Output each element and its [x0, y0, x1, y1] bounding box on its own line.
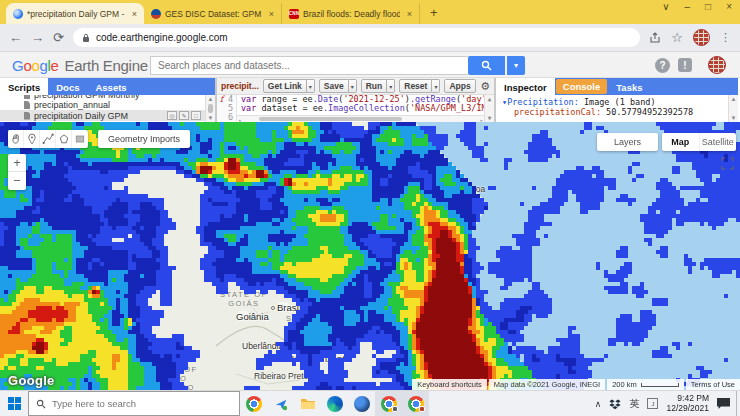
- edge-taskbar-icon[interactable]: [321, 391, 348, 416]
- zoom-out-button[interactable]: −: [8, 172, 26, 190]
- save-button[interactable]: Save: [319, 79, 349, 93]
- geometry-toolbar: [8, 130, 88, 148]
- chrome-taskbar-icon[interactable]: [375, 391, 402, 416]
- url-bar[interactable]: code.earthengine.google.com: [73, 28, 640, 47]
- save-dropdown-icon[interactable]: ▾: [349, 79, 357, 93]
- tab-inspector[interactable]: Inspector: [496, 78, 555, 95]
- scripts-scrollbar[interactable]: ▲▼: [205, 95, 215, 122]
- browser-tab[interactable]: GES DISC Dataset: GPM IMERG F×: [144, 3, 282, 24]
- script-list-item[interactable]: precipation_annual: [0, 100, 215, 110]
- bookmark-star-icon[interactable]: ☆: [671, 30, 683, 45]
- maximize-icon[interactable]: □: [705, 1, 711, 12]
- duplicate-icon[interactable]: ◎: [167, 111, 177, 120]
- map-attribution: Keyboard shortcuts Map data ©2021 Google…: [410, 379, 740, 390]
- editor-settings-gear-icon[interactable]: ⚙: [480, 81, 490, 92]
- taskbar-search-box[interactable]: [28, 391, 240, 416]
- geometry-imports-button[interactable]: Geometry Imports: [98, 130, 190, 148]
- search-options-dropdown[interactable]: ▾: [507, 56, 525, 75]
- lock-icon: [82, 33, 90, 43]
- terms-of-use-link[interactable]: Terms of Use: [686, 379, 740, 390]
- account-avatar[interactable]: [708, 56, 726, 74]
- browser-profile-avatar[interactable]: [693, 29, 710, 46]
- start-button[interactable]: [0, 391, 28, 416]
- point-marker-icon[interactable]: [24, 130, 40, 148]
- share-icon[interactable]: [649, 32, 661, 44]
- search-input[interactable]: [150, 56, 468, 75]
- run-button[interactable]: Run: [361, 79, 388, 93]
- tab-docs[interactable]: Docs: [48, 78, 87, 95]
- globe-taskbar-icon[interactable]: [348, 391, 375, 416]
- tab-console[interactable]: Console: [556, 79, 607, 94]
- code-area[interactable]: 4fvar range = ee.Date('2021-12-25').getR…: [217, 95, 494, 122]
- feedback-icon[interactable]: !: [678, 58, 692, 72]
- new-tab-button[interactable]: +: [430, 5, 438, 20]
- scripts-panel: ScriptsDocsAssets precipitation GPM Mont…: [0, 78, 217, 122]
- explorer-taskbar-icon[interactable]: [294, 391, 321, 416]
- reset-dropdown-icon[interactable]: ▾: [432, 79, 440, 93]
- earth-engine-logo: GoogleEarth Engine: [12, 57, 148, 74]
- tab-search-chevron-icon[interactable]: ∨: [662, 1, 669, 12]
- delete-icon[interactable]: □: [191, 111, 201, 120]
- script-name: precipitation Daily GPM: [34, 111, 128, 121]
- browser-tab[interactable]: *precipitation Daily GPM - Earth×: [6, 3, 144, 24]
- rectangle-tool-icon[interactable]: [72, 130, 88, 148]
- help-icon[interactable]: ?: [655, 58, 670, 73]
- get-link-button[interactable]: Get Link: [263, 79, 307, 93]
- map-canvas-area[interactable]: FortalezaJoão PessoaALAGOASSTATE OFGOIÁS…: [0, 122, 740, 390]
- line-tool-icon[interactable]: [40, 130, 56, 148]
- inspector-key: precipitationCal:: [514, 107, 601, 117]
- tab-tasks[interactable]: Tasks: [608, 78, 650, 95]
- show-desktop-button[interactable]: [736, 391, 740, 416]
- reload-icon[interactable]: ⟳: [53, 30, 64, 45]
- map-mode-button[interactable]: Map: [662, 133, 700, 151]
- script-list-item[interactable]: precipitation Daily GPM◎✎□: [0, 110, 215, 121]
- keyboard-shortcuts-link[interactable]: Keyboard shortcuts: [412, 379, 487, 390]
- layers-button[interactable]: Layers: [597, 133, 658, 151]
- tab-scripts[interactable]: Scripts: [0, 78, 48, 95]
- run-dropdown-icon[interactable]: ▾: [387, 79, 395, 93]
- map-label: Belo Horizonte: [288, 353, 350, 364]
- close-icon[interactable]: ×: [726, 1, 732, 12]
- ime-indicator-icon[interactable]: J: [647, 398, 658, 409]
- inspector-scrollbar[interactable]: ▲▼: [728, 95, 738, 122]
- language-indicator[interactable]: 英: [629, 397, 639, 411]
- forward-icon[interactable]: →: [31, 30, 44, 45]
- notification-badge: [419, 406, 425, 412]
- tab-close-icon[interactable]: ×: [266, 9, 274, 19]
- taskbar-search-input[interactable]: [52, 398, 202, 409]
- zoom-in-button[interactable]: +: [8, 154, 26, 172]
- chrome-taskbar-icon[interactable]: [240, 391, 267, 416]
- fullscreen-icon[interactable]: [721, 157, 734, 170]
- editor-vscrollbar[interactable]: ▲▼: [484, 95, 494, 122]
- rename-icon[interactable]: ✎: [179, 111, 189, 120]
- back-icon[interactable]: ←: [9, 30, 22, 45]
- clock[interactable]: 9:42 PM 12/29/2021: [666, 394, 709, 413]
- browser-navbar: ← → ⟳ code.earthengine.google.com ☆ ⋮: [0, 24, 740, 52]
- map-label: Goiânia: [236, 311, 269, 322]
- minimize-icon[interactable]: –: [685, 1, 691, 12]
- editor-hscrollbar[interactable]: ◂▸: [237, 115, 484, 122]
- tab-assets[interactable]: Assets: [87, 78, 134, 95]
- tab-close-icon[interactable]: ×: [129, 9, 137, 19]
- satellite-mode-button[interactable]: Satellite: [700, 133, 737, 151]
- get-link-dropdown-icon[interactable]: ▾: [307, 79, 315, 93]
- polygon-tool-icon[interactable]: [56, 130, 72, 148]
- browser-tab[interactable]: CNNBrazil floods: Deadly flooding hit×: [282, 3, 420, 24]
- code-text: var dataset = ee.ImageCollection('NASA/G…: [237, 104, 494, 113]
- browser-menu-icon[interactable]: ⋮: [720, 31, 731, 44]
- file-icon: [24, 112, 30, 120]
- search-button[interactable]: [468, 56, 505, 75]
- dropbox-icon[interactable]: [609, 398, 621, 410]
- pan-hand-icon[interactable]: [8, 130, 24, 148]
- windows-taskbar: ∧ 英 J 9:42 PM 12/29/2021: [0, 390, 740, 416]
- reset-button[interactable]: Reset: [399, 79, 432, 93]
- system-tray: ∧ 英 J 9:42 PM 12/29/2021: [595, 391, 736, 416]
- apps-button[interactable]: Apps: [444, 79, 475, 93]
- city-dot: [271, 306, 275, 310]
- action-center-icon[interactable]: [717, 398, 730, 409]
- chrome-taskbar-icon[interactable]: [402, 391, 429, 416]
- cnn-favicon-icon: CNN: [289, 9, 299, 19]
- tab-close-icon[interactable]: ×: [404, 9, 412, 19]
- people-taskbar-icon[interactable]: [267, 391, 294, 416]
- tray-expand-icon[interactable]: ∧: [595, 399, 602, 409]
